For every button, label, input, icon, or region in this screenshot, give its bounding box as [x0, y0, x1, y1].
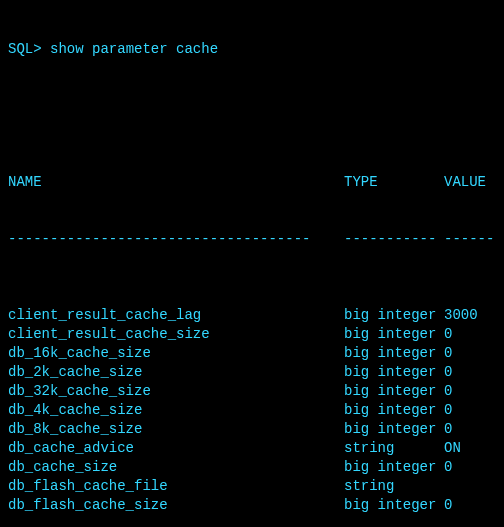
result-block-1: client_result_cache_lagbig integer3000cl… — [8, 306, 496, 515]
command-line: SQL> show parameter cache — [8, 40, 496, 59]
param-type: big integer — [344, 496, 444, 515]
param-name: db_32k_cache_size — [8, 382, 344, 401]
header-row: NAMETYPEVALUE — [8, 173, 496, 192]
blank-line — [8, 97, 496, 116]
param-type: big integer — [344, 306, 444, 325]
param-type: big integer — [344, 382, 444, 401]
param-name: db_8k_cache_size — [8, 420, 344, 439]
param-type: big integer — [344, 344, 444, 363]
result-row: client_result_cache_lagbig integer3000 — [8, 306, 496, 325]
param-value: 0 — [444, 363, 496, 382]
divider-row: ----------------------------------------… — [8, 230, 496, 249]
header-name: NAME — [8, 173, 344, 192]
param-value: 0 — [444, 496, 496, 515]
param-value: 0 — [444, 325, 496, 344]
result-row: client_result_cache_sizebig integer0 — [8, 325, 496, 344]
param-type: big integer — [344, 401, 444, 420]
header-type: TYPE — [344, 173, 444, 192]
param-type: string — [344, 477, 444, 496]
command-text: show parameter cache — [50, 41, 218, 57]
param-value: 3000 — [444, 306, 496, 325]
param-name: db_flash_cache_size — [8, 496, 344, 515]
result-row: db_32k_cache_sizebig integer0 — [8, 382, 496, 401]
sql-prompt: SQL> — [8, 41, 42, 57]
param-type: string — [344, 439, 444, 458]
param-name: db_16k_cache_size — [8, 344, 344, 363]
header-value: VALUE — [444, 173, 496, 192]
param-name: client_result_cache_lag — [8, 306, 344, 325]
result-row: db_16k_cache_sizebig integer0 — [8, 344, 496, 363]
param-type: big integer — [344, 363, 444, 382]
param-value: 0 — [444, 420, 496, 439]
param-type: big integer — [344, 420, 444, 439]
param-name: db_2k_cache_size — [8, 363, 344, 382]
param-type: big integer — [344, 458, 444, 477]
param-value — [444, 477, 496, 496]
result-row: db_cache_sizebig integer0 — [8, 458, 496, 477]
param-name: db_cache_advice — [8, 439, 344, 458]
param-value: 0 — [444, 344, 496, 363]
result-row: db_flash_cache_sizebig integer0 — [8, 496, 496, 515]
result-row: db_2k_cache_sizebig integer0 — [8, 363, 496, 382]
param-name: client_result_cache_size — [8, 325, 344, 344]
result-row: db_cache_advicestringON — [8, 439, 496, 458]
result-row: db_8k_cache_sizebig integer0 — [8, 420, 496, 439]
terminal[interactable]: SQL> show parameter cache NAMETYPEVALUE … — [0, 0, 504, 527]
param-value: 0 — [444, 458, 496, 477]
param-name: db_4k_cache_size — [8, 401, 344, 420]
param-name: db_cache_size — [8, 458, 344, 477]
result-row: db_flash_cache_filestring — [8, 477, 496, 496]
param-value: 0 — [444, 382, 496, 401]
param-value: ON — [444, 439, 496, 458]
param-type: big integer — [344, 325, 444, 344]
param-value: 0 — [444, 401, 496, 420]
param-name: db_flash_cache_file — [8, 477, 344, 496]
result-row: db_4k_cache_sizebig integer0 — [8, 401, 496, 420]
